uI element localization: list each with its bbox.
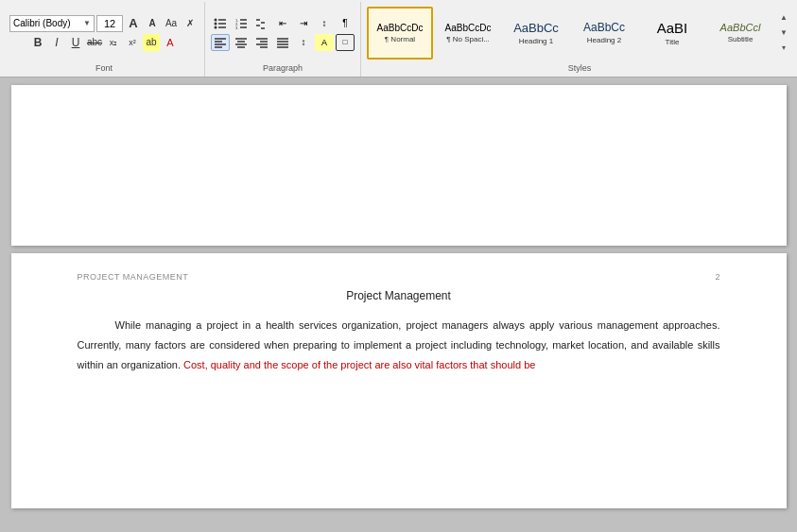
style-h2-preview: AaBbCc: [583, 21, 625, 34]
style-normal-preview: AaBbCcDc: [377, 23, 424, 33]
style-h1-preview: AaBbCc: [513, 21, 559, 35]
header-text: PROJECT MANAGEMENT: [78, 272, 189, 282]
style-nospace-label: ¶ No Spaci...: [446, 35, 490, 43]
style-title-preview: AaBI: [657, 20, 688, 36]
style-subtitle-preview: AaBbCcl: [720, 22, 761, 33]
border-btn[interactable]: □: [336, 34, 355, 51]
align-center-btn[interactable]: [232, 34, 251, 51]
clear-formatting-btn[interactable]: ✗: [182, 15, 199, 32]
subscript-btn[interactable]: x₂: [105, 34, 122, 51]
font-section-label: Font: [95, 63, 113, 73]
align-right-btn[interactable]: [252, 34, 271, 51]
bullets-btn[interactable]: [211, 15, 230, 32]
paragraph-1: While managing a project in a health ser…: [78, 316, 720, 375]
paragraph-section-label: Paragraph: [263, 63, 303, 73]
align-left-btn[interactable]: [211, 34, 230, 51]
font-section: Calibri (Body) ▼ 12 A A Aa ✗ B I U abc x…: [4, 2, 205, 77]
styles-section-label: Styles: [568, 63, 592, 73]
style-title[interactable]: AaBI Title: [639, 7, 705, 60]
font-grow-btn[interactable]: A: [125, 15, 142, 32]
page-header: PROJECT MANAGEMENT 2: [78, 272, 720, 282]
style-h1-label: Heading 1: [519, 37, 553, 45]
superscript-btn[interactable]: x²: [124, 34, 141, 51]
decrease-indent-btn[interactable]: ⇤: [273, 15, 292, 32]
sort-btn[interactable]: ↕: [315, 15, 334, 32]
font-case-btn[interactable]: Aa: [163, 15, 180, 32]
numbering-btn[interactable]: 1.2.3.: [232, 15, 251, 32]
style-normal-label: ¶ Normal: [385, 35, 415, 43]
styles-scroll-down[interactable]: ▼: [777, 26, 790, 40]
style-subtitle[interactable]: AaBbCcl Subtitle: [707, 7, 773, 60]
style-subtitle-label: Subtitle: [728, 35, 754, 43]
document-area: PROJECT MANAGEMENT 2 Project Management …: [0, 77, 797, 532]
show-para-btn[interactable]: ¶: [336, 15, 355, 32]
styles-scroll-up[interactable]: ▲: [777, 11, 790, 25]
strikethrough-btn[interactable]: abc: [86, 34, 103, 51]
italic-btn[interactable]: I: [48, 34, 65, 51]
style-heading2[interactable]: AaBbCc Heading 2: [571, 7, 637, 60]
page-body[interactable]: While managing a project in a health ser…: [78, 316, 720, 375]
paragraph-section: 1.2.3. ⇤ ⇥ ↕ ¶: [205, 2, 361, 77]
font-name-dropdown[interactable]: Calibri (Body) ▼: [9, 15, 95, 32]
font-size-box[interactable]: 12: [96, 15, 123, 32]
font-shrink-btn[interactable]: A: [144, 15, 161, 32]
style-no-spacing[interactable]: AaBbCcDc ¶ No Spaci...: [435, 7, 501, 60]
bold-btn[interactable]: B: [29, 34, 46, 51]
style-nospace-preview: AaBbCcDc: [445, 23, 492, 33]
styles-more[interactable]: ▾: [777, 42, 790, 55]
page-2[interactable]: PROJECT MANAGEMENT 2 Project Management …: [11, 253, 787, 508]
increase-indent-btn[interactable]: ⇥: [294, 15, 313, 32]
font-color-btn[interactable]: A: [162, 34, 179, 51]
line-spacing-btn[interactable]: ↕: [294, 34, 313, 51]
style-title-label: Title: [666, 38, 680, 46]
style-h2-label: Heading 2: [587, 36, 621, 44]
style-normal[interactable]: AaBbCcDc ¶ Normal: [367, 7, 433, 60]
page-1: [11, 85, 787, 246]
styles-scroll-arrows: ▲ ▼ ▾: [775, 11, 792, 55]
justify-btn[interactable]: [273, 34, 292, 51]
underline-btn[interactable]: U: [67, 34, 84, 51]
paragraph-1-red: Cost, quality and the scope of the proje…: [183, 359, 535, 370]
svg-point-0: [215, 18, 217, 21]
highlight-btn[interactable]: ab: [143, 34, 160, 51]
page-number: 2: [715, 272, 719, 282]
svg-point-2: [215, 22, 217, 25]
style-heading1[interactable]: AaBbCc Heading 1: [503, 7, 569, 60]
multilevel-list-btn[interactable]: [252, 15, 271, 32]
styles-section: AaBbCcDc ¶ Normal AaBbCcDc ¶ No Spaci...…: [361, 2, 797, 77]
svg-text:3.: 3.: [235, 26, 238, 30]
toolbar: Calibri (Body) ▼ 12 A A Aa ✗ B I U abc x…: [0, 0, 797, 77]
shading-btn[interactable]: A: [315, 34, 334, 51]
font-name-value: Calibri (Body): [13, 18, 71, 28]
page-title: Project Management: [78, 289, 720, 302]
svg-point-4: [215, 26, 217, 28]
